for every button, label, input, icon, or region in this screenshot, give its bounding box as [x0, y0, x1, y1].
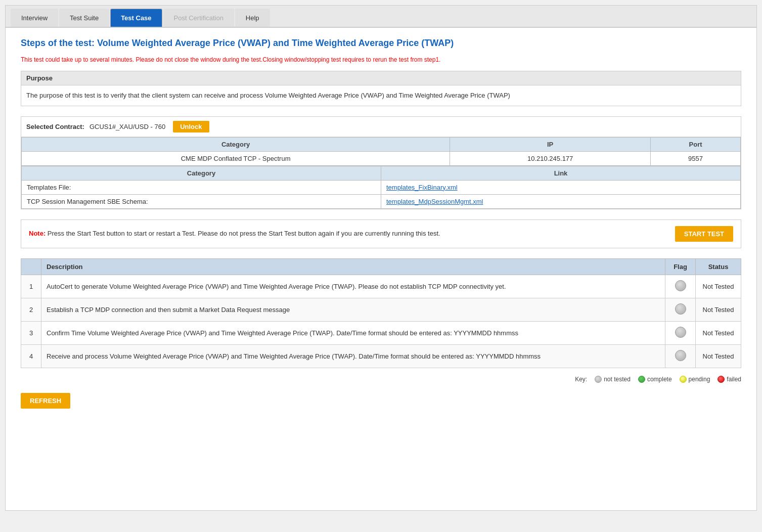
step-desc-1: AutoCert to generate Volume Weighted Ave… [41, 275, 665, 298]
step-row-3: 3 Confirm Time Volume Weighted Average P… [21, 321, 741, 344]
contract-label: Selected Contract: [26, 123, 84, 130]
steps-table: Description Flag Status 1 AutoCert to ge… [21, 258, 741, 368]
step-num-3: 3 [21, 321, 41, 344]
step-desc-3: Confirm Time Volume Weighted Average Pri… [41, 321, 665, 344]
files-cell-link-1: templates_FixBinary.xml [381, 180, 741, 194]
note-body: Press the Start Test button to start or … [48, 230, 440, 237]
dot-failed-icon [718, 376, 725, 383]
network-cell-port: 9557 [651, 151, 741, 165]
files-cell-category-1: Templates File: [22, 180, 381, 194]
key-label: Key: [575, 376, 587, 383]
files-col-link: Link [381, 166, 741, 180]
network-col-category: Category [22, 137, 450, 151]
purpose-body: The purpose of this test is to verify th… [21, 85, 741, 106]
step-flag-2 [665, 298, 696, 321]
key-complete-label: complete [647, 376, 672, 383]
network-table: Category IP Port CME MDP Conflated TCP -… [21, 137, 741, 166]
network-cell-category: CME MDP Conflated TCP - Spectrum [22, 151, 450, 165]
purpose-box: Purpose The purpose of this test is to v… [21, 71, 741, 106]
files-row-1: Templates File: templates_FixBinary.xml [22, 180, 741, 194]
tab-test-suite[interactable]: Test Suite [59, 9, 109, 27]
step-status-3: Not Tested [696, 321, 741, 344]
dot-not-tested-icon [595, 376, 602, 383]
templates-fix-binary-link[interactable]: templates_FixBinary.xml [386, 184, 458, 191]
key-pending: pending [680, 376, 710, 383]
purpose-header: Purpose [21, 71, 741, 85]
note-row: Note: Press the Start Test button to sta… [21, 219, 741, 248]
key-legend: Key: not tested complete pending failed [21, 376, 741, 383]
contract-section: Selected Contract: GCUS1#_XAU/USD - 760 … [21, 116, 741, 209]
tab-bar: Interview Test Suite Test Case Post Cert… [6, 6, 756, 28]
files-cell-category-2: TCP Session Management SBE Schema: [22, 194, 381, 208]
key-not-tested-label: not tested [604, 376, 631, 383]
main-content: Steps of the test: Volume Weighted Avera… [6, 28, 756, 419]
key-not-tested: not tested [595, 376, 631, 383]
warning-text: This test could take up to several minut… [21, 56, 741, 63]
key-complete: complete [638, 376, 672, 383]
step-flag-1 [665, 275, 696, 298]
contract-row: Selected Contract: GCUS1#_XAU/USD - 760 … [21, 117, 741, 137]
step-row-1: 1 AutoCert to generate Volume Weighted A… [21, 275, 741, 298]
files-row-2: TCP Session Management SBE Schema: templ… [22, 194, 741, 208]
files-table: Category Link Templates File: templates_… [21, 166, 741, 209]
note-label: Note: [29, 230, 46, 237]
flag-circle-3 [675, 327, 686, 338]
network-col-port: Port [651, 137, 741, 151]
files-col-category: Category [22, 166, 381, 180]
step-desc-2: Establish a TCP MDP connection and then … [41, 298, 665, 321]
page-title: Steps of the test: Volume Weighted Avera… [21, 38, 741, 49]
start-test-button[interactable]: START TEST [675, 226, 733, 242]
key-pending-label: pending [689, 376, 710, 383]
step-status-1: Not Tested [696, 275, 741, 298]
flag-circle-2 [675, 303, 686, 315]
files-cell-link-2: templates_MdpSessionMgmt.xml [381, 194, 741, 208]
step-desc-4: Receive and process Volume Weighted Aver… [41, 344, 665, 368]
note-text: Note: Press the Start Test button to sta… [29, 229, 665, 239]
step-row-4: 4 Receive and process Volume Weighted Av… [21, 344, 741, 368]
tab-test-case[interactable]: Test Case [110, 9, 162, 27]
flag-circle-1 [675, 280, 686, 291]
tab-help[interactable]: Help [235, 9, 270, 27]
main-container: Interview Test Suite Test Case Post Cert… [5, 5, 757, 511]
step-status-2: Not Tested [696, 298, 741, 321]
contract-value: GCUS1#_XAU/USD - 760 [89, 123, 165, 130]
dot-complete-icon [638, 376, 645, 383]
network-row: CME MDP Conflated TCP - Spectrum 10.210.… [22, 151, 741, 165]
network-cell-ip: 10.210.245.177 [450, 151, 651, 165]
steps-col-description: Description [41, 258, 665, 275]
flag-circle-4 [675, 350, 686, 361]
steps-col-flag: Flag [665, 258, 696, 275]
step-num-1: 1 [21, 275, 41, 298]
unlock-button[interactable]: Unlock [173, 121, 209, 132]
step-row-2: 2 Establish a TCP MDP connection and the… [21, 298, 741, 321]
key-failed-label: failed [727, 376, 741, 383]
dot-pending-icon [680, 376, 687, 383]
key-failed: failed [718, 376, 741, 383]
network-col-ip: IP [450, 137, 651, 151]
step-flag-4 [665, 344, 696, 368]
templates-mdp-session-link[interactable]: templates_MdpSessionMgmt.xml [386, 198, 483, 205]
refresh-button[interactable]: REFRESH [21, 393, 70, 409]
step-flag-3 [665, 321, 696, 344]
tab-interview[interactable]: Interview [11, 9, 58, 27]
step-status-4: Not Tested [696, 344, 741, 368]
step-num-2: 2 [21, 298, 41, 321]
tab-post-certification: Post Certification [163, 9, 234, 27]
step-num-4: 4 [21, 344, 41, 368]
steps-col-status: Status [696, 258, 741, 275]
steps-col-num [21, 258, 41, 275]
